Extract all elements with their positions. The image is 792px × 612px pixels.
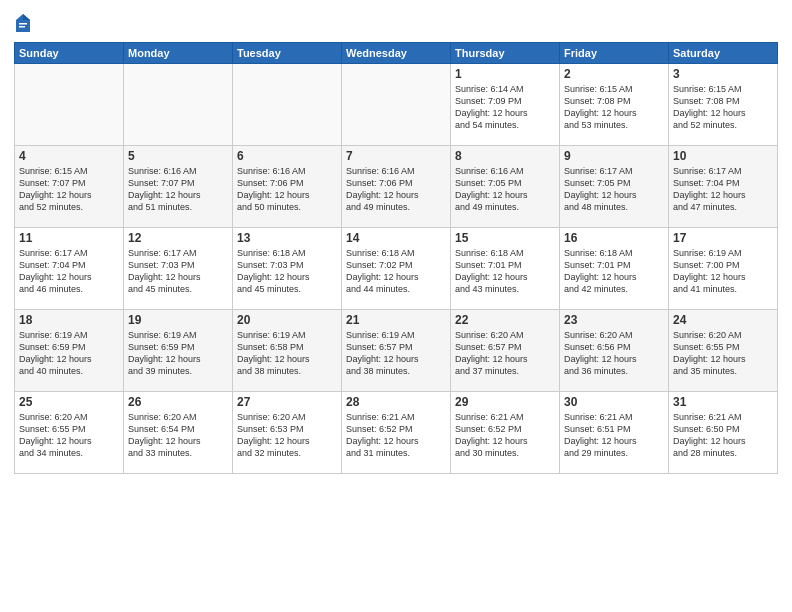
cell-text: Sunrise: 6:17 AM Sunset: 7:05 PM Dayligh…	[564, 165, 664, 214]
day-number: 4	[19, 149, 119, 163]
day-number: 17	[673, 231, 773, 245]
calendar-cell: 11Sunrise: 6:17 AM Sunset: 7:04 PM Dayli…	[15, 228, 124, 310]
col-header-tuesday: Tuesday	[233, 43, 342, 64]
col-header-wednesday: Wednesday	[342, 43, 451, 64]
cell-text: Sunrise: 6:17 AM Sunset: 7:04 PM Dayligh…	[673, 165, 773, 214]
cell-text: Sunrise: 6:21 AM Sunset: 6:51 PM Dayligh…	[564, 411, 664, 460]
col-header-saturday: Saturday	[669, 43, 778, 64]
day-number: 13	[237, 231, 337, 245]
calendar-cell: 8Sunrise: 6:16 AM Sunset: 7:05 PM Daylig…	[451, 146, 560, 228]
day-number: 23	[564, 313, 664, 327]
day-number: 18	[19, 313, 119, 327]
calendar-cell: 5Sunrise: 6:16 AM Sunset: 7:07 PM Daylig…	[124, 146, 233, 228]
day-number: 27	[237, 395, 337, 409]
day-number: 3	[673, 67, 773, 81]
calendar-cell: 15Sunrise: 6:18 AM Sunset: 7:01 PM Dayli…	[451, 228, 560, 310]
cell-text: Sunrise: 6:19 AM Sunset: 6:59 PM Dayligh…	[19, 329, 119, 378]
cell-text: Sunrise: 6:15 AM Sunset: 7:07 PM Dayligh…	[19, 165, 119, 214]
calendar-cell: 2Sunrise: 6:15 AM Sunset: 7:08 PM Daylig…	[560, 64, 669, 146]
day-number: 9	[564, 149, 664, 163]
day-number: 24	[673, 313, 773, 327]
cell-text: Sunrise: 6:18 AM Sunset: 7:01 PM Dayligh…	[455, 247, 555, 296]
calendar-cell: 19Sunrise: 6:19 AM Sunset: 6:59 PM Dayli…	[124, 310, 233, 392]
calendar-cell: 22Sunrise: 6:20 AM Sunset: 6:57 PM Dayli…	[451, 310, 560, 392]
calendar-cell: 4Sunrise: 6:15 AM Sunset: 7:07 PM Daylig…	[15, 146, 124, 228]
calendar-cell	[15, 64, 124, 146]
calendar-cell: 30Sunrise: 6:21 AM Sunset: 6:51 PM Dayli…	[560, 392, 669, 474]
day-number: 1	[455, 67, 555, 81]
calendar-cell	[233, 64, 342, 146]
calendar-cell: 18Sunrise: 6:19 AM Sunset: 6:59 PM Dayli…	[15, 310, 124, 392]
calendar-cell: 31Sunrise: 6:21 AM Sunset: 6:50 PM Dayli…	[669, 392, 778, 474]
day-number: 6	[237, 149, 337, 163]
cell-text: Sunrise: 6:20 AM Sunset: 6:55 PM Dayligh…	[673, 329, 773, 378]
cell-text: Sunrise: 6:20 AM Sunset: 6:56 PM Dayligh…	[564, 329, 664, 378]
calendar-header: SundayMondayTuesdayWednesdayThursdayFrid…	[15, 43, 778, 64]
day-number: 2	[564, 67, 664, 81]
day-number: 28	[346, 395, 446, 409]
day-number: 15	[455, 231, 555, 245]
day-number: 10	[673, 149, 773, 163]
calendar-cell: 14Sunrise: 6:18 AM Sunset: 7:02 PM Dayli…	[342, 228, 451, 310]
cell-text: Sunrise: 6:16 AM Sunset: 7:07 PM Dayligh…	[128, 165, 228, 214]
calendar-cell: 16Sunrise: 6:18 AM Sunset: 7:01 PM Dayli…	[560, 228, 669, 310]
calendar-cell: 7Sunrise: 6:16 AM Sunset: 7:06 PM Daylig…	[342, 146, 451, 228]
col-header-friday: Friday	[560, 43, 669, 64]
calendar-cell: 20Sunrise: 6:19 AM Sunset: 6:58 PM Dayli…	[233, 310, 342, 392]
calendar-cell: 26Sunrise: 6:20 AM Sunset: 6:54 PM Dayli…	[124, 392, 233, 474]
cell-text: Sunrise: 6:15 AM Sunset: 7:08 PM Dayligh…	[564, 83, 664, 132]
cell-text: Sunrise: 6:15 AM Sunset: 7:08 PM Dayligh…	[673, 83, 773, 132]
cell-text: Sunrise: 6:17 AM Sunset: 7:03 PM Dayligh…	[128, 247, 228, 296]
calendar-cell: 3Sunrise: 6:15 AM Sunset: 7:08 PM Daylig…	[669, 64, 778, 146]
day-number: 14	[346, 231, 446, 245]
svg-rect-2	[19, 23, 27, 25]
calendar-cell	[124, 64, 233, 146]
cell-text: Sunrise: 6:18 AM Sunset: 7:03 PM Dayligh…	[237, 247, 337, 296]
calendar-cell: 13Sunrise: 6:18 AM Sunset: 7:03 PM Dayli…	[233, 228, 342, 310]
cell-text: Sunrise: 6:18 AM Sunset: 7:02 PM Dayligh…	[346, 247, 446, 296]
day-number: 5	[128, 149, 228, 163]
cell-text: Sunrise: 6:21 AM Sunset: 6:50 PM Dayligh…	[673, 411, 773, 460]
calendar-cell: 21Sunrise: 6:19 AM Sunset: 6:57 PM Dayli…	[342, 310, 451, 392]
svg-rect-3	[19, 26, 25, 28]
cell-text: Sunrise: 6:19 AM Sunset: 6:59 PM Dayligh…	[128, 329, 228, 378]
header	[14, 12, 778, 34]
calendar-cell: 1Sunrise: 6:14 AM Sunset: 7:09 PM Daylig…	[451, 64, 560, 146]
calendar-cell: 27Sunrise: 6:20 AM Sunset: 6:53 PM Dayli…	[233, 392, 342, 474]
calendar-cell: 12Sunrise: 6:17 AM Sunset: 7:03 PM Dayli…	[124, 228, 233, 310]
calendar-cell: 10Sunrise: 6:17 AM Sunset: 7:04 PM Dayli…	[669, 146, 778, 228]
col-header-monday: Monday	[124, 43, 233, 64]
day-number: 16	[564, 231, 664, 245]
logo	[14, 12, 35, 34]
day-number: 25	[19, 395, 119, 409]
day-number: 22	[455, 313, 555, 327]
calendar-cell	[342, 64, 451, 146]
calendar-cell: 28Sunrise: 6:21 AM Sunset: 6:52 PM Dayli…	[342, 392, 451, 474]
calendar-cell: 6Sunrise: 6:16 AM Sunset: 7:06 PM Daylig…	[233, 146, 342, 228]
day-number: 21	[346, 313, 446, 327]
col-header-sunday: Sunday	[15, 43, 124, 64]
day-number: 7	[346, 149, 446, 163]
day-number: 11	[19, 231, 119, 245]
day-number: 19	[128, 313, 228, 327]
cell-text: Sunrise: 6:20 AM Sunset: 6:57 PM Dayligh…	[455, 329, 555, 378]
calendar-cell: 24Sunrise: 6:20 AM Sunset: 6:55 PM Dayli…	[669, 310, 778, 392]
day-number: 31	[673, 395, 773, 409]
cell-text: Sunrise: 6:16 AM Sunset: 7:06 PM Dayligh…	[346, 165, 446, 214]
day-number: 12	[128, 231, 228, 245]
day-number: 8	[455, 149, 555, 163]
col-header-thursday: Thursday	[451, 43, 560, 64]
calendar-cell: 17Sunrise: 6:19 AM Sunset: 7:00 PM Dayli…	[669, 228, 778, 310]
cell-text: Sunrise: 6:19 AM Sunset: 7:00 PM Dayligh…	[673, 247, 773, 296]
day-number: 26	[128, 395, 228, 409]
calendar-cell: 29Sunrise: 6:21 AM Sunset: 6:52 PM Dayli…	[451, 392, 560, 474]
cell-text: Sunrise: 6:20 AM Sunset: 6:53 PM Dayligh…	[237, 411, 337, 460]
svg-marker-1	[23, 14, 30, 20]
day-number: 20	[237, 313, 337, 327]
day-number: 29	[455, 395, 555, 409]
cell-text: Sunrise: 6:21 AM Sunset: 6:52 PM Dayligh…	[346, 411, 446, 460]
calendar: SundayMondayTuesdayWednesdayThursdayFrid…	[14, 42, 778, 474]
cell-text: Sunrise: 6:19 AM Sunset: 6:57 PM Dayligh…	[346, 329, 446, 378]
cell-text: Sunrise: 6:21 AM Sunset: 6:52 PM Dayligh…	[455, 411, 555, 460]
calendar-cell: 25Sunrise: 6:20 AM Sunset: 6:55 PM Dayli…	[15, 392, 124, 474]
